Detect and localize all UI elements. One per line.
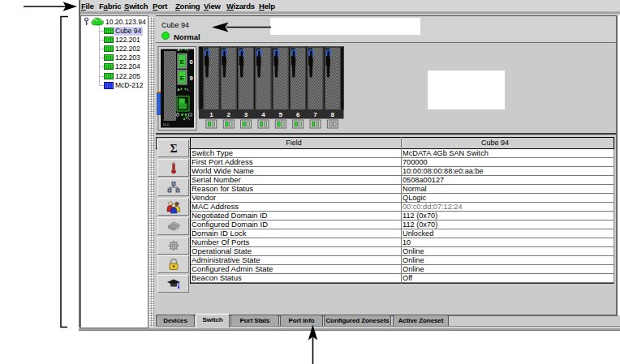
- svg-text:4: 4: [261, 111, 265, 118]
- svg-text:8: 8: [331, 111, 335, 118]
- svg-text:0: 0: [189, 58, 192, 66]
- svg-text:1: 1: [209, 111, 213, 118]
- svg-text:3: 3: [244, 111, 248, 118]
- svg-text:Σ: Σ: [170, 143, 177, 155]
- svg-text:7: 7: [313, 111, 317, 118]
- svg-text:E: E: [180, 58, 185, 66]
- svg-text:6: 6: [296, 111, 300, 118]
- svg-text:A: A: [178, 88, 180, 92]
- svg-text:D-C: D-C: [163, 122, 169, 126]
- svg-text:E: E: [180, 75, 185, 82]
- svg-text:9: 9: [189, 75, 192, 82]
- svg-text:2: 2: [227, 111, 231, 118]
- svg-text:A: A: [178, 48, 180, 52]
- svg-text:5: 5: [279, 111, 283, 118]
